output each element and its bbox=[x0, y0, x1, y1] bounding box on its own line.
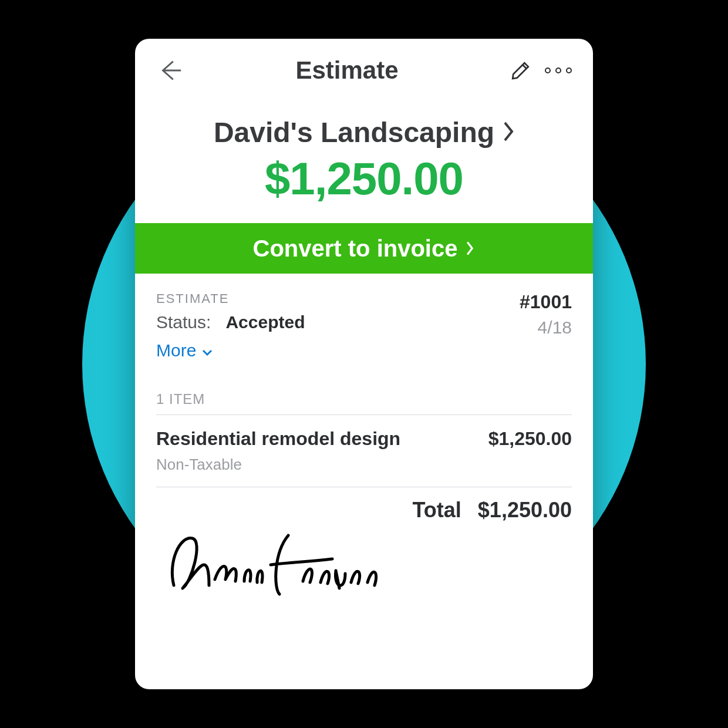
total-row: Total $1,250.00 bbox=[135, 487, 593, 526]
items-count-label: 1 ITEM bbox=[135, 371, 593, 414]
estimate-hero: David's Landscaping $1,250.00 bbox=[135, 90, 593, 223]
edit-pencil-icon[interactable] bbox=[511, 60, 531, 80]
page-title: Estimate bbox=[295, 56, 398, 85]
total-value: $1,250.00 bbox=[478, 498, 572, 522]
status-label: Status: bbox=[156, 312, 211, 332]
line-item-price: $1,250.00 bbox=[488, 428, 572, 450]
more-options-icon[interactable] bbox=[545, 68, 572, 73]
line-item-name: Residential remodel design bbox=[156, 428, 400, 450]
more-link-label: More bbox=[156, 341, 196, 360]
cta-label: Convert to invoice bbox=[253, 235, 458, 262]
customer-link[interactable]: David's Landscaping bbox=[214, 116, 514, 149]
line-item[interactable]: Residential remodel design $1,250.00 bbox=[135, 415, 593, 452]
convert-to-invoice-button[interactable]: Convert to invoice bbox=[135, 223, 593, 274]
status-line: Status: Accepted bbox=[156, 312, 305, 332]
back-arrow-icon[interactable] bbox=[156, 57, 183, 84]
chevron-down-icon bbox=[202, 341, 213, 360]
chevron-right-icon bbox=[466, 235, 475, 262]
customer-name: David's Landscaping bbox=[214, 116, 494, 149]
more-link[interactable]: More bbox=[156, 341, 305, 360]
chevron-right-icon bbox=[503, 122, 514, 144]
meta-section-label: ESTIMATE bbox=[156, 291, 305, 306]
estimate-date: 4/18 bbox=[538, 318, 572, 338]
line-item-tax: Non-Taxable bbox=[135, 452, 593, 487]
estimate-number: #1001 bbox=[520, 291, 572, 313]
estimate-amount: $1,250.00 bbox=[149, 152, 579, 205]
status-value: Accepted bbox=[225, 312, 305, 332]
signature bbox=[135, 526, 593, 614]
total-label: Total bbox=[413, 498, 461, 522]
estimate-meta: ESTIMATE Status: Accepted More #1001 4/1… bbox=[135, 274, 593, 371]
estimate-card: Estimate David's Landscaping $1,250.00 C… bbox=[135, 39, 593, 689]
navbar: Estimate bbox=[135, 39, 593, 90]
